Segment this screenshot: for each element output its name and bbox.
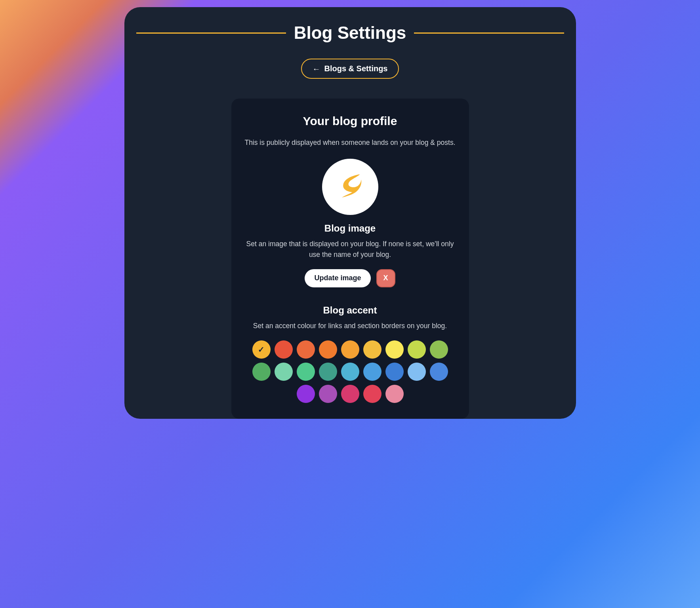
accent-swatch[interactable] <box>297 340 315 359</box>
accent-swatch[interactable] <box>341 385 359 403</box>
accent-swatch[interactable] <box>385 340 404 359</box>
accent-swatch[interactable] <box>363 385 381 403</box>
accent-swatch[interactable] <box>408 340 426 359</box>
accent-swatch[interactable] <box>252 363 271 381</box>
avatar-logo-icon <box>331 168 369 206</box>
accent-swatch[interactable] <box>385 363 404 381</box>
accent-swatch[interactable] <box>319 385 337 403</box>
accent-swatch[interactable]: ✓ <box>252 340 271 359</box>
accent-swatch[interactable] <box>275 363 293 381</box>
accent-swatch[interactable] <box>430 363 448 381</box>
accent-swatch[interactable] <box>319 363 337 381</box>
title-line-right <box>414 32 564 34</box>
accent-swatch-grid: ✓ <box>242 340 458 403</box>
check-icon: ✓ <box>258 345 265 354</box>
accent-swatch[interactable] <box>297 363 315 381</box>
image-description: Set an image that is displayed on your b… <box>242 239 458 260</box>
accent-swatch[interactable] <box>275 340 293 359</box>
accent-swatch[interactable] <box>363 340 381 359</box>
title-row: Blog Settings <box>136 23 564 43</box>
accent-swatch[interactable] <box>341 363 359 381</box>
settings-card: Blog Settings ← Blogs & Settings Your bl… <box>124 7 576 419</box>
back-button[interactable]: ← Blogs & Settings <box>301 59 399 79</box>
accent-swatch[interactable] <box>408 363 426 381</box>
accent-swatch[interactable] <box>430 340 448 359</box>
accent-swatch[interactable] <box>385 385 404 403</box>
accent-swatch[interactable] <box>341 340 359 359</box>
accent-description: Set an accent colour for links and secti… <box>242 321 458 331</box>
accent-swatch[interactable] <box>319 340 337 359</box>
image-button-row: Update image X <box>242 269 458 287</box>
arrow-left-icon: ← <box>312 65 320 73</box>
profile-card: Your blog profile This is publicly displ… <box>231 99 469 419</box>
accent-swatch[interactable] <box>363 363 381 381</box>
avatar-wrapper <box>242 159 458 215</box>
delete-image-button[interactable]: X <box>376 269 395 287</box>
back-button-container: ← Blogs & Settings <box>136 59 564 79</box>
title-line-left <box>136 32 286 34</box>
page-title: Blog Settings <box>294 23 406 43</box>
blog-avatar <box>322 159 378 215</box>
accent-swatch[interactable] <box>297 385 315 403</box>
profile-heading: Your blog profile <box>242 114 458 128</box>
image-heading: Blog image <box>242 223 458 234</box>
back-button-label: Blogs & Settings <box>324 64 387 73</box>
update-image-button[interactable]: Update image <box>305 269 370 287</box>
profile-description: This is publicly displayed when someone … <box>242 137 458 148</box>
accent-heading: Blog accent <box>242 305 458 316</box>
